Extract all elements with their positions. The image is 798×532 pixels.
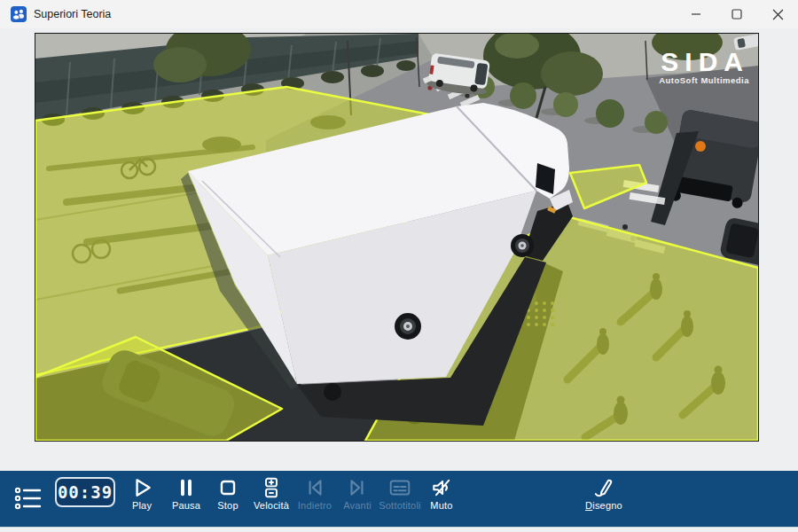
close-icon xyxy=(772,9,784,20)
skip-back-icon xyxy=(303,476,326,499)
pen-icon xyxy=(592,476,615,499)
people-icon xyxy=(11,6,27,22)
sida-logo-title: SIDA xyxy=(661,47,749,76)
play-label: Play xyxy=(132,500,152,511)
disegno-button[interactable]: Disegno xyxy=(575,476,632,511)
disegno-label: Disegno xyxy=(585,500,622,511)
sida-logo-subtitle: AutoSoft Multimedia xyxy=(659,75,749,85)
window-title: Superiori Teoria xyxy=(34,8,111,20)
van-marker-light xyxy=(695,141,706,152)
minimize-button[interactable] xyxy=(676,0,716,28)
player-toolbar: 00:39 Play Pausa Stop xyxy=(0,471,798,527)
maximize-icon xyxy=(732,9,742,20)
titlebar: Superiori Teoria xyxy=(0,0,798,29)
timer-display: 00:39 xyxy=(55,477,115,507)
sida-logo: SIDA AutoSoft Multimedia xyxy=(659,47,749,85)
maximize-button[interactable] xyxy=(716,0,757,28)
play-icon xyxy=(130,476,153,499)
video-viewport: SIDA AutoSoft Multimedia xyxy=(35,34,758,441)
subtitles-icon xyxy=(388,476,411,499)
window-bottom-edge xyxy=(0,527,798,532)
indietro-label: Indietro xyxy=(298,500,332,511)
video-scene: SIDA AutoSoft Multimedia xyxy=(35,34,758,441)
menu-list-button[interactable] xyxy=(14,486,43,512)
content-area: SIDA AutoSoft Multimedia xyxy=(0,28,798,471)
mute-icon xyxy=(430,476,453,499)
app-window: Superiori Teoria xyxy=(0,0,798,532)
stop-label: Stop xyxy=(217,500,238,511)
muto-button[interactable]: Muto xyxy=(413,476,470,511)
close-button[interactable] xyxy=(757,0,798,28)
skip-forward-icon xyxy=(346,476,369,499)
avanti-label: Avanti xyxy=(343,500,372,511)
speed-icon xyxy=(260,476,283,499)
pausa-label: Pausa xyxy=(172,500,200,511)
velocita-label: Velocità xyxy=(254,500,289,511)
pause-icon xyxy=(175,476,198,499)
muto-label: Muto xyxy=(430,500,452,511)
stop-icon xyxy=(216,476,239,499)
minimize-icon xyxy=(691,9,701,20)
